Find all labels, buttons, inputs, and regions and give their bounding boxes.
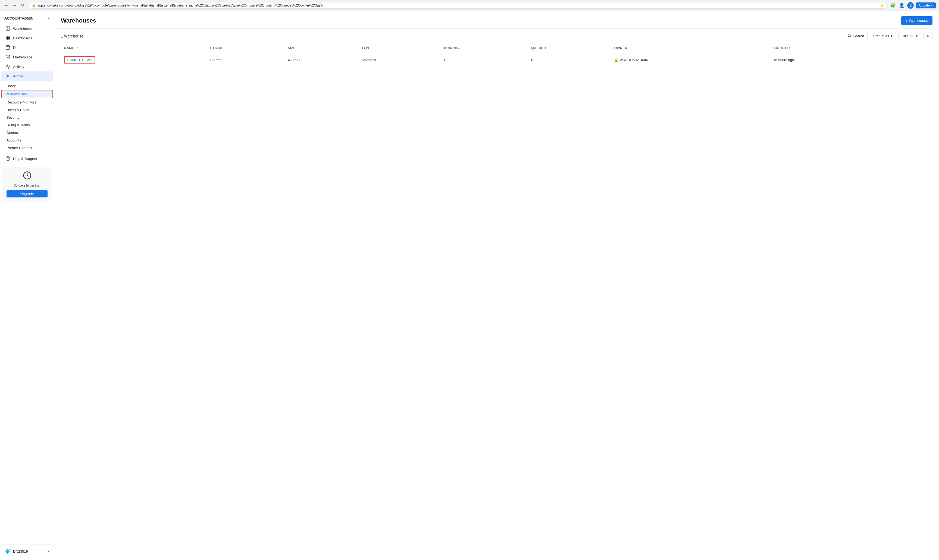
cell-running: 0	[440, 53, 528, 67]
page-title: Warehouses	[61, 17, 96, 24]
user-avatar[interactable]: E	[907, 2, 914, 9]
cell-more: ···	[876, 53, 933, 67]
svg-point-10	[7, 75, 9, 77]
table-body: COMPUTE_WH Started X-Small Standard 0 0 …	[61, 53, 933, 67]
sidebar-item-help[interactable]: Help & Support	[1, 154, 53, 163]
add-warehouse-button[interactable]: + Warehouse	[901, 16, 933, 25]
admin-icon	[5, 74, 10, 78]
col-size: SIZE	[285, 43, 358, 53]
table-header-row: NAME ↑ STATUS SIZE TYPE RUNNING QUEUED O…	[61, 43, 933, 53]
update-label: Update	[919, 3, 930, 7]
sidebar-item-partner-connect[interactable]: Partner Connect	[1, 144, 53, 152]
svg-rect-6	[6, 38, 7, 40]
owner-lock-icon: 🔒	[614, 58, 619, 62]
toolbar: 1 Warehouse Search Status: All ▾ Size: A…	[54, 29, 939, 43]
table-row: COMPUTE_WH Started X-Small Standard 0 0 …	[61, 53, 933, 67]
activity-label: Activity	[13, 65, 24, 69]
cell-name: COMPUTE_WH	[61, 53, 207, 67]
warehouse-name-link[interactable]: COMPUTE_WH	[64, 56, 95, 63]
col-actions	[876, 43, 933, 53]
sort-arrow-icon: ↑	[76, 46, 78, 50]
bookmark-icon: ⭐	[880, 3, 884, 7]
sidebar-item-data[interactable]: Data	[1, 43, 53, 52]
status-filter-button[interactable]: Status: All ▾	[870, 32, 896, 40]
sidebar-item-marketplace[interactable]: Marketplace	[1, 52, 53, 62]
cell-owner: 🔒 ACCOUNTADMIN	[611, 53, 770, 67]
marketplace-icon	[5, 55, 10, 60]
search-icon	[847, 34, 851, 38]
search-button[interactable]: Search	[844, 32, 868, 40]
cell-status: Started	[207, 53, 285, 67]
owner-cell: 🔒 ACCOUNTADMIN	[614, 58, 767, 62]
size-filter-label: Size: All	[902, 34, 914, 38]
reload-button[interactable]: ⟳	[20, 2, 26, 9]
col-created: CREATED	[770, 43, 876, 53]
extensions-icon[interactable]: 🧩	[890, 2, 896, 9]
sidebar-footer: DN23519 ▾	[0, 545, 54, 558]
forward-button[interactable]: →	[11, 2, 18, 9]
col-queued: QUEUED	[528, 43, 611, 53]
sidebar-item-warehouses[interactable]: Warehouses	[1, 90, 53, 98]
sidebar-item-contacts[interactable]: Contacts	[1, 129, 53, 136]
status-chevron-icon: ▾	[891, 34, 893, 38]
search-label: Search	[853, 34, 864, 38]
warehouses-table-container: NAME ↑ STATUS SIZE TYPE RUNNING QUEUED O…	[54, 43, 939, 67]
org-chevron-icon[interactable]: ▾	[48, 549, 50, 554]
account-chevron-icon[interactable]: ▾	[48, 17, 50, 20]
trial-box: 30 days left in trial Upgrade	[2, 167, 52, 202]
upgrade-button[interactable]: Upgrade	[6, 190, 48, 197]
sidebar-item-activity[interactable]: Activity	[1, 62, 53, 71]
size-chevron-icon: ▾	[916, 34, 918, 38]
col-type: TYPE	[358, 43, 439, 53]
page-header: Warehouses + Warehouse	[54, 11, 939, 29]
update-button[interactable]: Update ▾	[916, 2, 936, 8]
warehouses-table: NAME ↑ STATUS SIZE TYPE RUNNING QUEUED O…	[61, 43, 933, 67]
data-icon	[5, 45, 10, 50]
size-filter-button[interactable]: Size: All ▾	[898, 32, 921, 40]
browser-controls: ← → ⟳	[3, 2, 26, 9]
svg-rect-7	[8, 38, 10, 40]
url-text: app.snowflake.com/fuoqnpa/dn23519/#/comp…	[37, 3, 878, 7]
org-name: DN23519	[13, 549, 28, 554]
sidebar-item-security[interactable]: Security	[1, 114, 53, 121]
browser-bar: ← → ⟳ 🔒 app.snowflake.com/fuoqnpa/dn2351…	[0, 0, 939, 11]
update-chevron: ▾	[931, 3, 933, 7]
owner-name: ACCOUNTADMIN	[620, 58, 648, 62]
cell-type: Standard	[358, 53, 439, 67]
sidebar-item-usage[interactable]: Usage	[1, 82, 53, 89]
col-owner: OWNER	[611, 43, 770, 53]
warehouse-count: 1 Warehouse	[61, 34, 83, 38]
refresh-button[interactable]: ↻	[924, 32, 933, 40]
sidebar-item-resource-monitors[interactable]: Resource Monitors	[1, 98, 53, 106]
sidebar-item-dashboards[interactable]: Dashboards	[1, 34, 53, 43]
svg-line-19	[850, 36, 851, 37]
dashboards-icon	[5, 35, 10, 40]
sidebar-item-users-roles[interactable]: Users & Roles	[1, 106, 53, 114]
svg-rect-4	[6, 36, 7, 37]
sidebar-item-billing[interactable]: Billing & Terms	[1, 122, 53, 129]
cell-size: X-Small	[285, 53, 358, 67]
more-options-button[interactable]: ···	[879, 57, 887, 63]
profile-icon[interactable]: 👤	[899, 2, 905, 9]
sidebar-item-accounts[interactable]: Accounts	[1, 137, 53, 144]
help-icon	[5, 156, 10, 161]
admin-label: Admin	[13, 74, 23, 78]
dashboards-label: Dashboards	[13, 36, 32, 40]
activity-icon	[5, 64, 10, 69]
help-label: Help & Support	[13, 157, 37, 161]
address-bar[interactable]: 🔒 app.snowflake.com/fuoqnpa/dn23519/#/co…	[28, 2, 888, 9]
marketplace-label: Marketplace	[13, 55, 32, 59]
cell-created: 16 hours ago	[770, 53, 876, 67]
cell-queued: 0	[528, 53, 611, 67]
svg-rect-0	[6, 27, 10, 31]
col-name[interactable]: NAME ↑	[61, 43, 207, 53]
trial-text: 30 days left in trial	[6, 184, 48, 188]
back-button[interactable]: ←	[3, 2, 10, 9]
worksheets-label: Worksheets	[13, 27, 32, 31]
sidebar: ACCOUNTADMIN ▾ Worksheets Dashboards	[0, 11, 54, 560]
toolbar-actions: Search Status: All ▾ Size: All ▾ ↻	[844, 32, 933, 40]
sidebar-header: ACCOUNTADMIN ▾	[0, 13, 54, 24]
sidebar-item-worksheets[interactable]: Worksheets	[1, 24, 53, 33]
sidebar-item-admin[interactable]: Admin	[1, 71, 53, 81]
nav-items: Worksheets Dashboards Data Marketplace	[0, 24, 54, 81]
